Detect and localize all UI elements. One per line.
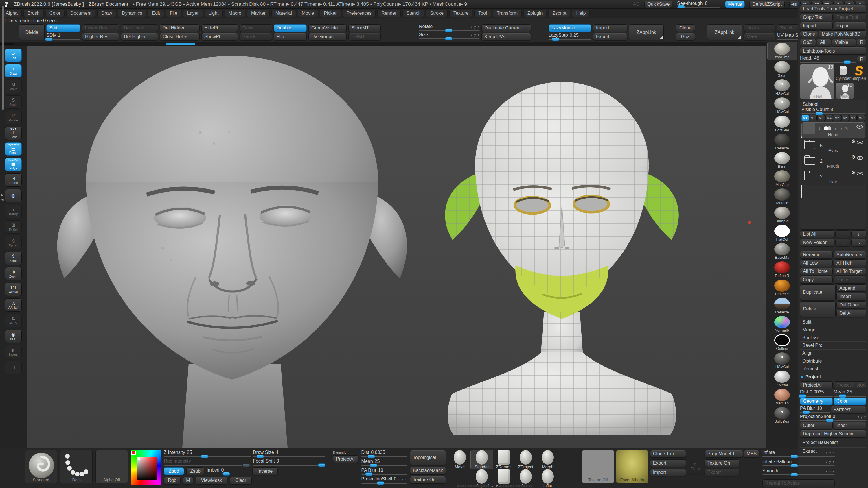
left-scrollbar[interactable] bbox=[2, 6, 4, 110]
move-into-folder-button[interactable]: ↳ bbox=[851, 239, 866, 246]
menu-item[interactable]: Tool bbox=[474, 9, 491, 17]
list-all-button[interactable]: List All bbox=[800, 230, 834, 238]
quicksave-button[interactable]: QuickSave bbox=[644, 1, 673, 8]
paint-brush-icon[interactable]: ✎ bbox=[845, 126, 848, 130]
flip-v-button[interactable]: ⇅ Flip V bbox=[688, 458, 703, 475]
visibility-eye-icon[interactable] bbox=[857, 140, 863, 144]
material-swatch[interactable]: FlatCol bbox=[768, 224, 797, 242]
menu-item[interactable]: Zplugin bbox=[523, 9, 547, 17]
move-up-button[interactable]: ↑ bbox=[835, 230, 850, 238]
gear-icon[interactable]: ⚙ bbox=[851, 139, 856, 144]
tool-import-button[interactable]: Import bbox=[800, 22, 833, 30]
material-swatch[interactable]: MatCap bbox=[768, 388, 797, 406]
texture-albedo-thumbnail[interactable]: Face_Albedo bbox=[616, 450, 648, 483]
material-tray-toggle[interactable]: ▶◀ bbox=[781, 241, 783, 250]
menu-item[interactable]: Alpha bbox=[2, 9, 22, 17]
mask-button[interactable]: Mask bbox=[744, 33, 775, 40]
brush-preset[interactable]: ZRemes bbox=[493, 450, 515, 469]
outer-button[interactable]: Outer bbox=[800, 422, 833, 429]
z-intensity-slider[interactable]: Z Intensity25 bbox=[164, 450, 251, 457]
left-tool-button[interactable]: ◇ Xpose bbox=[5, 236, 22, 249]
double-button[interactable]: Double bbox=[274, 24, 307, 32]
project-all-button[interactable]: ProjectAll bbox=[800, 381, 833, 389]
bottom-dist-slider[interactable]: Dist0.0035 bbox=[361, 450, 407, 457]
left-tool-button[interactable]: + Draw bbox=[5, 64, 22, 77]
stroke-type-thumbnail[interactable]: Dots bbox=[60, 450, 93, 483]
visibility-eye-icon[interactable] bbox=[857, 156, 863, 160]
copy-tool-button[interactable]: Copy Tool bbox=[800, 13, 833, 21]
subtool-view-tab[interactable]: V1 bbox=[802, 115, 809, 121]
tool-goz-button[interactable]: GoZ bbox=[800, 39, 816, 46]
subtool-action-row[interactable]: Remesh bbox=[800, 365, 866, 372]
lazystep-slider[interactable]: LazyStep0.25 bbox=[549, 33, 591, 40]
subtool-view-tab[interactable]: V4 bbox=[826, 115, 833, 121]
subtool-action-row[interactable]: Align bbox=[800, 349, 866, 357]
duplicate-button[interactable]: Duplicate bbox=[800, 285, 836, 300]
left-tool-button[interactable]: ◉ BPR bbox=[5, 330, 22, 343]
brush-preset[interactable]: Morph bbox=[537, 450, 559, 469]
decimate-current-button[interactable]: Decimate Current bbox=[482, 24, 531, 32]
brush-preset[interactable]: Standar bbox=[471, 450, 493, 469]
material-swatch[interactable]: Reflecte bbox=[768, 297, 797, 315]
brush-preset[interactable]: Inflat bbox=[537, 469, 559, 488]
restore-r-button[interactable]: R bbox=[857, 56, 866, 63]
menu-item[interactable]: Light bbox=[205, 9, 223, 17]
focal-shift-slider[interactable]: Focal Shift0 bbox=[253, 459, 325, 466]
menu-item[interactable]: Render bbox=[377, 9, 400, 17]
subtool-view-tab[interactable]: V8 bbox=[857, 115, 865, 121]
bottom-pa-blur-slider[interactable]: PA Blur10 bbox=[361, 468, 407, 475]
menus-toggle-button[interactable]: Menus bbox=[725, 1, 745, 8]
blend-circles-icon[interactable] bbox=[824, 126, 832, 130]
material-swatch[interactable]: ZMetal bbox=[768, 370, 797, 388]
all-high-button[interactable]: All High bbox=[834, 259, 866, 267]
texture-import-button[interactable]: Import bbox=[650, 468, 686, 476]
menu-item[interactable]: Dynamics bbox=[118, 9, 146, 17]
left-tool-button[interactable]: ◧ Invers bbox=[5, 345, 22, 358]
material-swatch[interactable]: HSVCol bbox=[768, 97, 797, 115]
left-tool-button[interactable]: 1:1 Actual bbox=[5, 283, 22, 296]
goz-all-button[interactable]: All bbox=[817, 39, 831, 46]
del-lower-button[interactable]: Del Lower bbox=[121, 24, 158, 32]
material-swatch[interactable]: BumpVi bbox=[768, 206, 797, 224]
inflate-slider[interactable]: Inflatex y z bbox=[763, 450, 835, 457]
import-button[interactable]: Import bbox=[593, 24, 627, 32]
left-tool-button[interactable]: ◎ bbox=[5, 189, 22, 202]
subtool-action-row[interactable]: Bevel Pro bbox=[800, 341, 866, 349]
left-tool-button[interactable]: ⇅ Flip V bbox=[5, 314, 22, 327]
project-section-header[interactable]: Project bbox=[800, 373, 866, 381]
make-polymesh3d-button[interactable]: Make PolyMesh3D bbox=[819, 30, 866, 38]
left-tool-button[interactable]: R Rotate bbox=[5, 111, 22, 124]
material-swatch[interactable]: Metalic bbox=[768, 188, 797, 205]
rgb-button[interactable]: Rgb bbox=[164, 477, 181, 484]
window-control-button[interactable]: ◀||| bbox=[789, 1, 799, 8]
left-tool-button[interactable]: x y z ⊥ Floor bbox=[5, 127, 22, 140]
delete-button[interactable]: Delete bbox=[800, 301, 836, 317]
material-swatch[interactable]: HSVCol bbox=[768, 78, 797, 96]
clone-txtr-button[interactable]: Clone Txtr bbox=[650, 450, 686, 458]
alpha-thumbnail[interactable]: Alpha Off bbox=[95, 450, 128, 483]
scroll-up-icon[interactable]: ▲ bbox=[491, 484, 494, 487]
visible-count-slider[interactable]: Visible Count8 bbox=[802, 107, 865, 114]
project-history-button[interactable]: Project History bbox=[834, 381, 866, 389]
zapplink-button[interactable]: ZAppLink bbox=[629, 24, 664, 40]
append-button[interactable]: Append bbox=[836, 285, 866, 292]
left-tool-button[interactable]: S Scale bbox=[5, 95, 22, 109]
menu-item[interactable]: Picker bbox=[320, 9, 341, 17]
divide-button[interactable]: Divide bbox=[19, 24, 44, 40]
subtool-view-tab[interactable]: V6 bbox=[841, 115, 849, 121]
menu-item[interactable]: Draw bbox=[97, 9, 116, 17]
inverse-button[interactable]: Inverse bbox=[252, 467, 278, 475]
export-button[interactable]: Export bbox=[593, 33, 627, 40]
contrast-icon[interactable]: ◑ bbox=[840, 126, 842, 130]
smooth-slider[interactable]: Smoothx y z bbox=[763, 468, 835, 476]
brush-preset[interactable]: Move bbox=[449, 450, 471, 469]
left-tool-button[interactable]: ½ AAHalf bbox=[5, 298, 22, 312]
half-shade-icon[interactable]: ◐ bbox=[835, 126, 837, 130]
all-low-button[interactable]: All Low bbox=[800, 259, 833, 267]
mean-slider[interactable]: Mean25 bbox=[834, 390, 866, 397]
subtool-action-row[interactable]: Split bbox=[800, 318, 866, 326]
menu-item[interactable]: Stencil bbox=[402, 9, 425, 17]
texture-on-toggle[interactable]: Texture On bbox=[705, 459, 739, 467]
del-higher-button[interactable]: Del Higher bbox=[121, 33, 158, 40]
showpt-button[interactable]: ShowPt bbox=[202, 33, 238, 40]
